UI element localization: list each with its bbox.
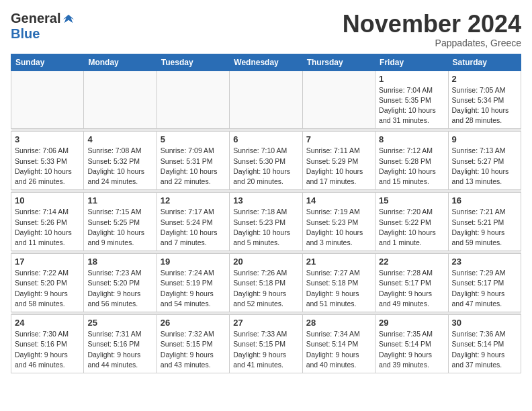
logo-blue-text: Blue (11, 26, 40, 41)
day-number: 4 (87, 134, 152, 144)
day-info: Sunrise: 7:19 AM Sunset: 5:23 PM Dayligh… (306, 207, 371, 248)
day-info: Sunrise: 7:06 AM Sunset: 5:33 PM Dayligh… (15, 146, 80, 187)
day-number: 12 (161, 195, 226, 205)
calendar-cell: 15Sunrise: 7:20 AM Sunset: 5:22 PM Dayli… (375, 193, 448, 251)
day-number: 3 (15, 134, 80, 144)
day-number: 25 (87, 318, 152, 328)
day-number: 1 (379, 74, 444, 84)
logo: General Blue (11, 11, 75, 42)
calendar-cell: 11Sunrise: 7:15 AM Sunset: 5:25 PM Dayli… (84, 193, 157, 251)
calendar-cell (230, 71, 302, 129)
calendar-week-4: 17Sunrise: 7:22 AM Sunset: 5:20 PM Dayli… (11, 254, 521, 312)
calendar-cell: 4Sunrise: 7:08 AM Sunset: 5:32 PM Daylig… (84, 132, 157, 190)
calendar-cell: 12Sunrise: 7:17 AM Sunset: 5:24 PM Dayli… (157, 193, 229, 251)
col-thursday: Thursday (302, 54, 375, 71)
day-info: Sunrise: 7:17 AM Sunset: 5:24 PM Dayligh… (161, 207, 226, 248)
day-info: Sunrise: 7:35 AM Sunset: 5:14 PM Dayligh… (379, 329, 444, 370)
calendar-cell: 26Sunrise: 7:32 AM Sunset: 5:15 PM Dayli… (157, 315, 229, 373)
day-number: 18 (87, 257, 152, 267)
day-info: Sunrise: 7:21 AM Sunset: 5:21 PM Dayligh… (452, 207, 517, 248)
day-number: 7 (306, 134, 371, 144)
day-number: 6 (233, 134, 298, 144)
calendar-week-5: 24Sunrise: 7:30 AM Sunset: 5:16 PM Dayli… (11, 315, 521, 373)
calendar-cell (157, 71, 229, 129)
day-info: Sunrise: 7:18 AM Sunset: 5:23 PM Dayligh… (233, 207, 298, 248)
day-number: 28 (306, 318, 371, 328)
day-number: 29 (379, 318, 444, 328)
calendar-cell: 24Sunrise: 7:30 AM Sunset: 5:16 PM Dayli… (11, 315, 84, 373)
calendar-header-row: Sunday Monday Tuesday Wednesday Thursday… (11, 54, 521, 71)
logo-general-text: General (11, 11, 60, 26)
day-info: Sunrise: 7:13 AM Sunset: 5:27 PM Dayligh… (452, 146, 517, 187)
calendar-cell: 30Sunrise: 7:36 AM Sunset: 5:14 PM Dayli… (448, 315, 521, 373)
day-info: Sunrise: 7:31 AM Sunset: 5:16 PM Dayligh… (87, 329, 152, 370)
calendar-cell: 29Sunrise: 7:35 AM Sunset: 5:14 PM Dayli… (375, 315, 448, 373)
day-info: Sunrise: 7:23 AM Sunset: 5:20 PM Dayligh… (87, 268, 152, 309)
day-number: 26 (161, 318, 226, 328)
calendar-cell: 10Sunrise: 7:14 AM Sunset: 5:26 PM Dayli… (11, 193, 84, 251)
day-number: 23 (452, 257, 517, 267)
day-info: Sunrise: 7:29 AM Sunset: 5:17 PM Dayligh… (452, 268, 517, 309)
day-info: Sunrise: 7:34 AM Sunset: 5:14 PM Dayligh… (306, 329, 371, 370)
calendar-week-2: 3Sunrise: 7:06 AM Sunset: 5:33 PM Daylig… (11, 132, 521, 190)
day-info: Sunrise: 7:32 AM Sunset: 5:15 PM Dayligh… (161, 329, 226, 370)
day-number: 24 (15, 318, 80, 328)
calendar-cell: 18Sunrise: 7:23 AM Sunset: 5:20 PM Dayli… (84, 254, 157, 312)
calendar-cell: 28Sunrise: 7:34 AM Sunset: 5:14 PM Dayli… (302, 315, 375, 373)
calendar-cell: 22Sunrise: 7:28 AM Sunset: 5:17 PM Dayli… (375, 254, 448, 312)
calendar-cell (11, 71, 84, 129)
day-number: 17 (15, 257, 80, 267)
day-number: 19 (161, 257, 226, 267)
calendar-cell: 17Sunrise: 7:22 AM Sunset: 5:20 PM Dayli… (11, 254, 84, 312)
day-number: 5 (161, 134, 226, 144)
page-header: General Blue November 2024 Pappadates, G… (11, 11, 521, 48)
col-saturday: Saturday (448, 54, 521, 71)
day-info: Sunrise: 7:22 AM Sunset: 5:20 PM Dayligh… (15, 268, 80, 309)
day-info: Sunrise: 7:15 AM Sunset: 5:25 PM Dayligh… (87, 207, 152, 248)
calendar-table: Sunday Monday Tuesday Wednesday Thursday… (11, 54, 521, 373)
calendar-cell: 1Sunrise: 7:04 AM Sunset: 5:35 PM Daylig… (375, 71, 448, 129)
day-info: Sunrise: 7:30 AM Sunset: 5:16 PM Dayligh… (15, 329, 80, 370)
day-number: 13 (233, 195, 298, 205)
logo-bird-icon (62, 12, 75, 26)
calendar-cell: 23Sunrise: 7:29 AM Sunset: 5:17 PM Dayli… (448, 254, 521, 312)
day-info: Sunrise: 7:27 AM Sunset: 5:18 PM Dayligh… (306, 268, 371, 309)
day-number: 30 (452, 318, 517, 328)
day-info: Sunrise: 7:09 AM Sunset: 5:31 PM Dayligh… (161, 146, 226, 187)
calendar-week-3: 10Sunrise: 7:14 AM Sunset: 5:26 PM Dayli… (11, 193, 521, 251)
day-info: Sunrise: 7:24 AM Sunset: 5:19 PM Dayligh… (161, 268, 226, 309)
day-info: Sunrise: 7:05 AM Sunset: 5:34 PM Dayligh… (452, 85, 517, 126)
day-number: 20 (233, 257, 298, 267)
day-info: Sunrise: 7:10 AM Sunset: 5:30 PM Dayligh… (233, 146, 298, 187)
col-friday: Friday (375, 54, 448, 71)
day-info: Sunrise: 7:11 AM Sunset: 5:29 PM Dayligh… (306, 146, 371, 187)
day-info: Sunrise: 7:20 AM Sunset: 5:22 PM Dayligh… (379, 207, 444, 248)
calendar-cell (84, 71, 157, 129)
month-title: November 2024 (343, 11, 521, 38)
calendar-cell: 3Sunrise: 7:06 AM Sunset: 5:33 PM Daylig… (11, 132, 84, 190)
title-block: November 2024 Pappadates, Greece (343, 11, 521, 48)
col-tuesday: Tuesday (157, 54, 229, 71)
day-info: Sunrise: 7:14 AM Sunset: 5:26 PM Dayligh… (15, 207, 80, 248)
calendar-cell (302, 71, 375, 129)
calendar-cell: 20Sunrise: 7:26 AM Sunset: 5:18 PM Dayli… (230, 254, 302, 312)
day-number: 27 (233, 318, 298, 328)
calendar-cell: 16Sunrise: 7:21 AM Sunset: 5:21 PM Dayli… (448, 193, 521, 251)
calendar-cell: 5Sunrise: 7:09 AM Sunset: 5:31 PM Daylig… (157, 132, 229, 190)
calendar-cell: 21Sunrise: 7:27 AM Sunset: 5:18 PM Dayli… (302, 254, 375, 312)
svg-marker-0 (63, 14, 74, 23)
day-number: 21 (306, 257, 371, 267)
calendar-cell: 8Sunrise: 7:12 AM Sunset: 5:28 PM Daylig… (375, 132, 448, 190)
day-number: 2 (452, 74, 517, 84)
day-info: Sunrise: 7:04 AM Sunset: 5:35 PM Dayligh… (379, 85, 444, 126)
day-number: 11 (87, 195, 152, 205)
day-info: Sunrise: 7:12 AM Sunset: 5:28 PM Dayligh… (379, 146, 444, 187)
day-number: 9 (452, 134, 517, 144)
col-sunday: Sunday (11, 54, 84, 71)
calendar-cell: 2Sunrise: 7:05 AM Sunset: 5:34 PM Daylig… (448, 71, 521, 129)
day-number: 10 (15, 195, 80, 205)
calendar-cell: 27Sunrise: 7:33 AM Sunset: 5:15 PM Dayli… (230, 315, 302, 373)
day-number: 22 (379, 257, 444, 267)
day-info: Sunrise: 7:28 AM Sunset: 5:17 PM Dayligh… (379, 268, 444, 309)
calendar-cell: 13Sunrise: 7:18 AM Sunset: 5:23 PM Dayli… (230, 193, 302, 251)
